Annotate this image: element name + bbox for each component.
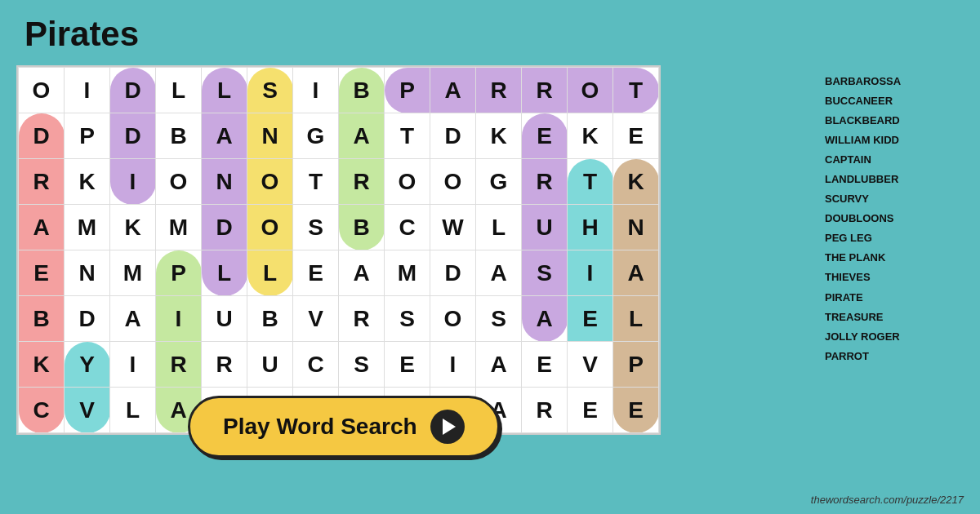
cell: C bbox=[293, 342, 339, 388]
cell: E bbox=[293, 250, 339, 296]
cell: R bbox=[202, 342, 247, 388]
cell: A bbox=[339, 113, 385, 159]
word-list-item: JOLLY ROGER bbox=[825, 327, 901, 347]
cell: D bbox=[65, 296, 110, 342]
cell: I bbox=[65, 68, 110, 113]
cell: T bbox=[613, 68, 659, 113]
grid-row-0: O I D L L S I B P A R R O T bbox=[19, 68, 659, 113]
cell: M bbox=[65, 205, 110, 250]
word-list-item: BARBAROSSA bbox=[825, 72, 901, 91]
cell: R bbox=[339, 296, 385, 342]
cell: B bbox=[247, 296, 293, 342]
cell: S bbox=[293, 205, 339, 250]
cell: C bbox=[385, 205, 430, 250]
cell: S bbox=[522, 250, 568, 296]
cell: P bbox=[65, 113, 110, 159]
cell: N bbox=[65, 250, 110, 296]
cell: R bbox=[156, 342, 202, 388]
word-list-item: PEG LEG bbox=[825, 228, 901, 248]
cell: K bbox=[476, 113, 522, 159]
cell: L bbox=[476, 205, 522, 250]
word-list-item: LANDLUBBER bbox=[825, 170, 901, 189]
play-button-container[interactable]: Play Word Search bbox=[188, 396, 500, 458]
word-list-item: CAPTAIN bbox=[825, 150, 901, 170]
cell: C bbox=[19, 388, 65, 433]
cell: E bbox=[522, 113, 568, 159]
cell: E bbox=[613, 388, 659, 433]
cell: R bbox=[19, 159, 65, 205]
cell: E bbox=[568, 296, 613, 342]
cell: B bbox=[339, 205, 385, 250]
cell: M bbox=[385, 250, 430, 296]
cell: E bbox=[568, 388, 613, 433]
play-button-label: Play Word Search bbox=[223, 414, 417, 440]
cell: I bbox=[568, 250, 613, 296]
cell: A bbox=[476, 250, 522, 296]
cell: E bbox=[385, 342, 430, 388]
cell: M bbox=[156, 205, 202, 250]
grid-row-4: E N M P L L E A M D A S I A bbox=[19, 250, 659, 296]
cell: I bbox=[110, 159, 156, 205]
cell: S bbox=[339, 342, 385, 388]
word-list-item: DOUBLOONS bbox=[825, 209, 901, 228]
cell: D bbox=[430, 113, 476, 159]
cell: A bbox=[339, 250, 385, 296]
cell: K bbox=[110, 205, 156, 250]
grid-row-2: R K I O N O T R O O G R T K bbox=[19, 159, 659, 205]
cell: R bbox=[522, 68, 568, 113]
cell: K bbox=[19, 342, 65, 388]
word-list-item: PIRATE bbox=[825, 288, 901, 308]
cell: W bbox=[430, 205, 476, 250]
cell: O bbox=[247, 159, 293, 205]
cell: O bbox=[247, 205, 293, 250]
cell: U bbox=[202, 296, 247, 342]
cell: L bbox=[613, 296, 659, 342]
cell: N bbox=[202, 159, 247, 205]
cell: K bbox=[613, 159, 659, 205]
cell: L bbox=[202, 250, 247, 296]
grid-row-6: K Y I R R U C S E I A E V P bbox=[19, 342, 659, 388]
cell: L bbox=[247, 250, 293, 296]
cell: A bbox=[19, 205, 65, 250]
cell: O bbox=[156, 159, 202, 205]
cell: S bbox=[247, 68, 293, 113]
cell: H bbox=[568, 205, 613, 250]
cell: P bbox=[613, 342, 659, 388]
cell: A bbox=[522, 296, 568, 342]
grid-row-1: D P D B A N G A T D K E K E bbox=[19, 113, 659, 159]
cell: A bbox=[613, 250, 659, 296]
cell: U bbox=[247, 342, 293, 388]
play-word-search-button[interactable]: Play Word Search bbox=[188, 396, 500, 458]
cell: R bbox=[476, 68, 522, 113]
cell: I bbox=[430, 342, 476, 388]
word-list-item: THIEVES bbox=[825, 268, 901, 287]
cell: D bbox=[110, 68, 156, 113]
cell: G bbox=[293, 113, 339, 159]
cell: N bbox=[247, 113, 293, 159]
cell: L bbox=[110, 388, 156, 433]
cell: D bbox=[202, 205, 247, 250]
cell: A bbox=[476, 342, 522, 388]
cell: O bbox=[385, 159, 430, 205]
cell: B bbox=[339, 68, 385, 113]
grid-table: O I D L L S I B P A R R O T D P D B bbox=[18, 67, 659, 433]
cell: R bbox=[522, 159, 568, 205]
play-icon bbox=[430, 410, 465, 444]
cell: K bbox=[568, 113, 613, 159]
grid-row-5: B D A I U B V R S O S A E L bbox=[19, 296, 659, 342]
cell: D bbox=[19, 113, 65, 159]
cell: U bbox=[522, 205, 568, 250]
cell: P bbox=[156, 250, 202, 296]
cell: I bbox=[110, 342, 156, 388]
cell: O bbox=[568, 68, 613, 113]
cell: A bbox=[110, 296, 156, 342]
grid-row-3: A M K M D O S B C W L U H N bbox=[19, 205, 659, 250]
cell: V bbox=[568, 342, 613, 388]
word-list-item: BUCCANEER bbox=[825, 91, 901, 111]
cell: R bbox=[522, 388, 568, 433]
cell: T bbox=[293, 159, 339, 205]
cell: A bbox=[430, 68, 476, 113]
cell: A bbox=[202, 113, 247, 159]
cell: D bbox=[430, 250, 476, 296]
cell: I bbox=[293, 68, 339, 113]
